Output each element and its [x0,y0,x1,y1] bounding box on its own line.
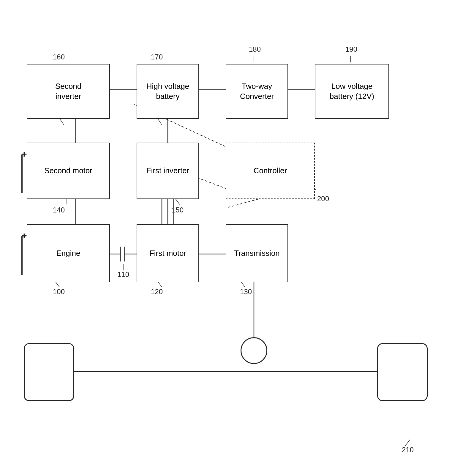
high-voltage-battery-label: High voltagebattery [146,81,189,102]
transmission-label: Transmission [234,248,280,259]
second-inverter-box: Secondinverter [27,64,110,119]
right-wheel [377,343,428,401]
first-inverter-label: First inverter [146,166,189,176]
label-100: 100 [53,288,65,296]
low-voltage-battery-label: Low voltagebattery (12V) [330,81,374,102]
transmission-box: Transmission [226,224,288,282]
engine-vertical-bar [21,236,26,275]
engine-label: Engine [56,248,80,259]
second-inverter-label: Secondinverter [55,81,81,102]
first-motor-label: First motor [149,248,186,259]
first-inverter-box: First inverter [137,143,199,199]
label-110: 110 [117,270,129,279]
label-150: 150 [172,206,184,214]
second-motor-label: Second motor [44,166,92,176]
svg-line-36 [405,440,410,446]
label-180: 180 [249,45,261,53]
low-voltage-battery-box: Low voltagebattery (12V) [315,64,389,119]
label-190: 190 [345,45,357,53]
left-wheel [24,343,74,401]
two-way-converter-label: Two-wayConverter [240,81,274,102]
two-way-converter-box: Two-wayConverter [226,64,288,119]
second-motor-box: Second motor [27,143,110,199]
label-170: 170 [151,53,163,61]
label-140: 140 [53,206,65,214]
engine-box: Engine [27,224,110,282]
label-210: 210 [402,446,414,454]
first-motor-box: First motor [137,224,199,282]
label-130: 130 [240,288,252,296]
label-160: 160 [53,53,65,61]
svg-line-26 [157,118,162,125]
axle-circle [241,337,267,364]
svg-line-30 [175,198,180,204]
label-120: 120 [151,288,163,296]
label-200: 200 [317,195,329,203]
controller-box: Controller [226,143,315,199]
diagram: Secondinverter High voltagebattery Two-w… [0,0,452,476]
svg-line-25 [59,118,64,125]
svg-line-23 [226,199,258,208]
second-motor-vertical-bar [21,155,26,193]
controller-label: Controller [254,166,287,176]
high-voltage-battery-box: High voltagebattery [137,64,199,119]
